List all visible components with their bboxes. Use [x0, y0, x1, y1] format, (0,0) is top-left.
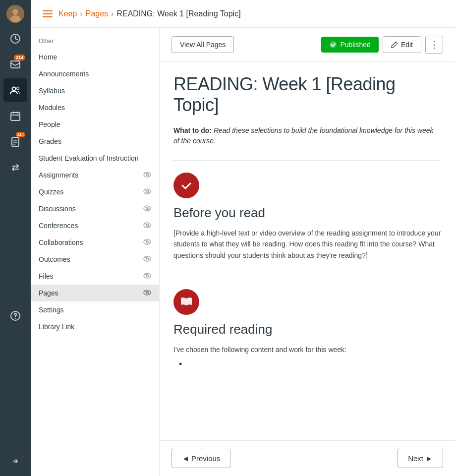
sidebar-item-label-collaborations: Collaborations — [39, 238, 83, 246]
history-nav-icon[interactable] — [3, 27, 27, 51]
before-you-read-section: Before you read [Provide a high-level te… — [173, 173, 441, 261]
calendar-nav-icon[interactable] — [3, 104, 27, 128]
discussions-eye-icon — [143, 205, 151, 213]
sidebar-item-library-link[interactable]: Library Link — [31, 318, 159, 335]
help-nav-icon[interactable] — [3, 304, 27, 328]
sidebar-item-files[interactable]: Files — [31, 268, 159, 285]
previous-button[interactable]: ◄ Previous — [171, 449, 230, 468]
pages-eye-icon — [143, 289, 151, 297]
sidebar-item-student-eval[interactable]: Student Evaluation of Instruction — [31, 150, 159, 167]
svg-point-1 — [12, 9, 18, 15]
breadcrumb-current: READING: Week 1 [Reading Topic] — [116, 9, 240, 18]
breadcrumb-sep2: › — [111, 9, 114, 18]
book-icon-circle — [173, 289, 199, 315]
toolbar-right: Published Edit ⋮ — [321, 36, 443, 54]
svg-point-2 — [10, 15, 20, 22]
sidebar-item-modules[interactable]: Modules — [31, 99, 159, 116]
page-intro: What to do: Read these selections to bui… — [173, 125, 441, 146]
sidebar-item-settings[interactable]: Settings — [31, 301, 159, 318]
sidebar-item-label-student-eval: Student Evaluation of Instruction — [39, 154, 139, 162]
sidebar-item-home[interactable]: Home — [31, 49, 159, 65]
breadcrumb-pages[interactable]: Pages — [86, 9, 108, 18]
inbox-nav-icon[interactable]: 214 — [3, 53, 27, 76]
sidebar-item-label-people: People — [39, 120, 60, 128]
sidebar-item-collaborations[interactable]: Collaborations — [31, 234, 159, 251]
quizzes-eye-icon — [143, 188, 151, 196]
svg-point-5 — [12, 87, 16, 91]
sidebar-item-label-discussions: Discussions — [39, 205, 76, 213]
edit-button[interactable]: Edit — [383, 36, 421, 53]
sidebar-item-outcomes[interactable]: Outcomes — [31, 251, 159, 268]
section-divider-2 — [173, 277, 441, 277]
collaborations-eye-icon — [143, 238, 151, 246]
before-you-read-body: [Provide a high-level text or video over… — [173, 228, 441, 261]
sidebar-section-label: Other — [31, 36, 159, 49]
transfer-nav-icon[interactable] — [3, 156, 27, 179]
sidebar-item-label-settings: Settings — [39, 306, 64, 314]
published-check-icon — [329, 41, 337, 49]
page-body: READING: Week 1 [Reading Topic] What to … — [160, 62, 455, 440]
expand-nav-button[interactable] — [3, 452, 27, 470]
sidebar-item-grades[interactable]: Grades — [31, 133, 159, 150]
sidebar-item-assignments[interactable]: Assignments — [31, 167, 159, 183]
svg-point-6 — [17, 87, 19, 90]
sidebar-item-conferences[interactable]: Conferences — [31, 217, 159, 234]
check-icon — [179, 178, 193, 192]
page-content: View All Pages Published Edit ⋮ — [160, 28, 455, 476]
sidebar-item-label-files: Files — [39, 272, 54, 280]
sidebar-item-label-pages: Pages — [39, 289, 58, 297]
more-options-icon: ⋮ — [430, 39, 439, 50]
content-wrapper: Other Home Announcements Syllabus Module… — [31, 28, 455, 476]
outcomes-eye-icon — [143, 255, 151, 263]
page-toolbar: View All Pages Published Edit ⋮ — [160, 28, 455, 62]
topbar: Keep › Pages › READING: Week 1 [Reading … — [31, 0, 455, 28]
nav-rail: 214 214 — [0, 0, 31, 476]
files-eye-icon — [143, 272, 151, 280]
svg-rect-4 — [11, 61, 20, 68]
published-button[interactable]: Published — [321, 37, 379, 53]
sidebar-item-label-announcements: Announcements — [39, 70, 89, 78]
intro-label: What to do: — [173, 126, 212, 134]
assignments-nav-icon[interactable]: 214 — [3, 130, 27, 154]
sidebar: Other Home Announcements Syllabus Module… — [31, 28, 160, 476]
assignments-badge: 214 — [16, 132, 25, 137]
conferences-eye-icon — [143, 222, 151, 230]
page-title: READING: Week 1 [Reading Topic] — [173, 74, 441, 116]
svg-rect-7 — [11, 113, 20, 120]
edit-label: Edit — [401, 41, 413, 49]
intro-text: Read these selections to build the found… — [173, 126, 434, 145]
more-options-button[interactable]: ⋮ — [425, 36, 443, 54]
sidebar-item-people[interactable]: People — [31, 116, 159, 133]
next-button[interactable]: Next ► — [398, 449, 443, 468]
breadcrumb-sep1: › — [80, 9, 82, 18]
before-you-read-heading: Before you read — [173, 205, 441, 221]
sidebar-item-announcements[interactable]: Announcements — [31, 65, 159, 82]
sidebar-item-label-grades: Grades — [39, 137, 61, 145]
breadcrumb-keep[interactable]: Keep — [58, 9, 77, 18]
sidebar-item-quizzes[interactable]: Quizzes — [31, 183, 159, 200]
sidebar-item-syllabus[interactable]: Syllabus — [31, 82, 159, 99]
sidebar-item-label-conferences: Conferences — [39, 222, 78, 230]
section-divider-1 — [173, 160, 441, 161]
people-nav-icon[interactable] — [3, 78, 27, 102]
sidebar-item-label-outcomes: Outcomes — [39, 255, 70, 263]
main-area: Keep › Pages › READING: Week 1 [Reading … — [31, 0, 455, 476]
breadcrumb: Keep › Pages › READING: Week 1 [Reading … — [58, 9, 241, 18]
sidebar-item-label-modules: Modules — [39, 104, 65, 112]
check-icon-circle — [173, 173, 199, 198]
assignments-eye-icon — [143, 171, 151, 179]
required-reading-body: I've chosen the following content and wo… — [173, 344, 441, 355]
book-icon — [180, 297, 193, 307]
sidebar-item-label-quizzes: Quizzes — [39, 188, 64, 196]
sidebar-item-discussions[interactable]: Discussions — [31, 200, 159, 217]
svg-rect-11 — [12, 137, 19, 146]
hamburger-button[interactable] — [41, 8, 55, 19]
view-all-pages-button[interactable]: View All Pages — [171, 36, 234, 53]
sidebar-item-label-syllabus: Syllabus — [39, 87, 65, 95]
edit-pencil-icon — [391, 41, 398, 48]
published-label: Published — [340, 41, 371, 49]
avatar[interactable] — [6, 5, 24, 23]
page-footer: ◄ Previous Next ► — [160, 440, 455, 476]
sidebar-item-label-home: Home — [39, 53, 57, 61]
sidebar-item-pages[interactable]: Pages — [31, 285, 159, 301]
